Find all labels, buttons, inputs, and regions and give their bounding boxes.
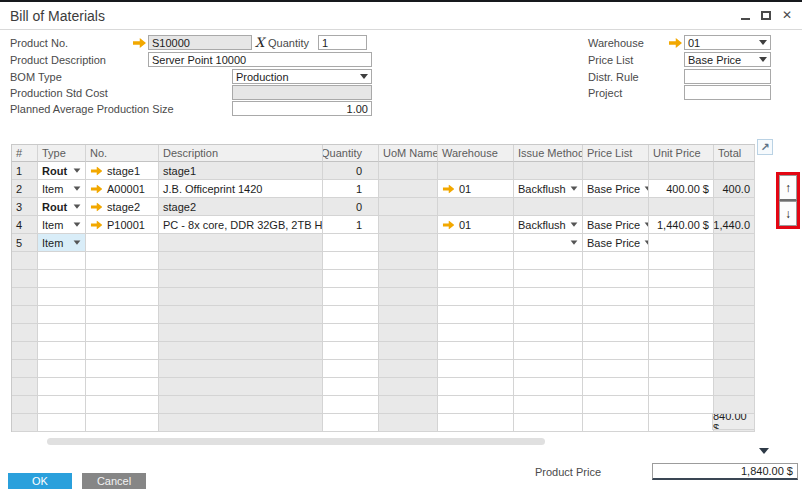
cell-issue-method[interactable]: [514, 270, 583, 288]
cell-unit-price[interactable]: [649, 414, 714, 432]
expand-grid-icon[interactable]: ↗: [757, 139, 773, 155]
cell-warehouse[interactable]: [438, 396, 514, 414]
cell-unit-price[interactable]: 400.00 $: [649, 180, 714, 198]
ok-button[interactable]: OK: [8, 473, 72, 489]
cell-type[interactable]: [38, 324, 86, 342]
horizontal-scrollbar[interactable]: [47, 438, 545, 445]
cancel-button[interactable]: Cancel: [82, 473, 146, 489]
cell-warehouse[interactable]: [438, 288, 514, 306]
minimize-icon[interactable]: [741, 18, 750, 20]
cell-quantity[interactable]: [323, 414, 379, 432]
cell-item-no[interactable]: [86, 414, 159, 432]
link-arrow-icon[interactable]: [91, 166, 103, 175]
link-arrow-icon[interactable]: [91, 184, 103, 193]
product-description-field[interactable]: Server Point 10000: [148, 52, 372, 67]
product-price-field[interactable]: 1,840.00 $: [652, 463, 798, 480]
cell-quantity[interactable]: [323, 270, 379, 288]
cell-item-no[interactable]: [86, 252, 159, 270]
cell-quantity[interactable]: [323, 234, 379, 252]
cell-quantity[interactable]: [323, 378, 379, 396]
cell-type[interactable]: [38, 414, 86, 432]
row-up-button[interactable]: ↑: [779, 175, 797, 201]
cell-quantity[interactable]: [323, 324, 379, 342]
cell-unit-price[interactable]: [649, 378, 714, 396]
link-arrow-icon[interactable]: [91, 202, 103, 211]
cell-issue-method[interactable]: [514, 234, 583, 252]
cell-price-list[interactable]: [583, 270, 649, 288]
cell-price-list[interactable]: [583, 252, 649, 270]
cell-item-no[interactable]: stage2: [86, 198, 159, 216]
project-field[interactable]: [684, 85, 771, 100]
bom-type-dropdown[interactable]: Production: [232, 69, 372, 84]
cell-item-no[interactable]: [86, 342, 159, 360]
cell-quantity[interactable]: 1: [323, 216, 379, 234]
cell-unit-price[interactable]: [649, 342, 714, 360]
cell-type[interactable]: [38, 396, 86, 414]
cell-unit-price[interactable]: [649, 288, 714, 306]
cell-quantity[interactable]: [323, 288, 379, 306]
cell-quantity[interactable]: [323, 396, 379, 414]
warehouse-dropdown[interactable]: 01: [684, 35, 771, 50]
cell-item-no[interactable]: [86, 324, 159, 342]
cell-unit-price[interactable]: [649, 234, 714, 252]
maximize-icon[interactable]: [761, 11, 771, 20]
cell-type[interactable]: [38, 252, 86, 270]
cell-description[interactable]: PC - 8x core, DDR 32GB, 2TB HDD: [159, 216, 323, 234]
cell-warehouse[interactable]: [438, 306, 514, 324]
cell-type[interactable]: Rout: [38, 162, 86, 180]
cell-quantity[interactable]: [323, 252, 379, 270]
planned-avg-production-size-field[interactable]: 1.00: [232, 101, 372, 116]
cell-issue-method[interactable]: [514, 378, 583, 396]
cell-type[interactable]: Item: [38, 216, 86, 234]
distr-rule-field[interactable]: [684, 69, 771, 84]
cell-item-no[interactable]: [86, 288, 159, 306]
link-arrow-icon[interactable]: [443, 220, 455, 229]
cell-type[interactable]: [38, 306, 86, 324]
cell-unit-price[interactable]: [649, 306, 714, 324]
cell-type[interactable]: [38, 288, 86, 306]
cell-quantity[interactable]: 1: [323, 180, 379, 198]
cell-item-no[interactable]: [86, 360, 159, 378]
cell-issue-method[interactable]: [514, 414, 583, 432]
close-icon[interactable]: ✕: [782, 9, 792, 21]
cell-warehouse[interactable]: 01: [438, 180, 514, 198]
cell-unit-price[interactable]: [649, 360, 714, 378]
cell-unit-price[interactable]: [649, 252, 714, 270]
cell-quantity[interactable]: [323, 342, 379, 360]
link-arrow-icon[interactable]: [443, 184, 455, 193]
cell-issue-method[interactable]: [514, 324, 583, 342]
cell-unit-price[interactable]: [649, 396, 714, 414]
cell-type[interactable]: Item: [38, 180, 86, 198]
quantity-field[interactable]: 1: [318, 35, 367, 50]
cell-warehouse[interactable]: [438, 234, 514, 252]
cell-warehouse[interactable]: [438, 360, 514, 378]
cell-type[interactable]: [38, 378, 86, 396]
cell-price-list[interactable]: [583, 288, 649, 306]
cell-warehouse[interactable]: [438, 270, 514, 288]
cell-item-no[interactable]: stage1: [86, 162, 159, 180]
warehouse-link-arrow-icon[interactable]: [669, 38, 682, 48]
cell-issue-method[interactable]: [514, 342, 583, 360]
price-list-dropdown[interactable]: Base Price: [684, 52, 771, 67]
cell-type[interactable]: Rout: [38, 198, 86, 216]
cell-item-no[interactable]: [86, 306, 159, 324]
product-no-field[interactable]: S10000: [148, 35, 252, 50]
link-arrow-icon[interactable]: [91, 220, 103, 229]
cell-price-list[interactable]: Base Price: [583, 216, 649, 234]
cell-unit-price[interactable]: [649, 270, 714, 288]
cell-item-no[interactable]: [86, 234, 159, 252]
cell-issue-method[interactable]: Backflush: [514, 180, 583, 198]
cell-price-list[interactable]: [583, 306, 649, 324]
cell-item-no[interactable]: A00001: [86, 180, 159, 198]
cell-quantity[interactable]: [323, 360, 379, 378]
cell-quantity[interactable]: [323, 306, 379, 324]
cell-price-list[interactable]: [583, 378, 649, 396]
cell-warehouse[interactable]: [438, 378, 514, 396]
cell-item-no[interactable]: [86, 270, 159, 288]
cell-unit-price[interactable]: 1,440.00 $: [649, 216, 714, 234]
cell-type[interactable]: [38, 360, 86, 378]
cell-item-no[interactable]: P10001: [86, 216, 159, 234]
cell-type[interactable]: [38, 270, 86, 288]
cell-item-no[interactable]: [86, 396, 159, 414]
cell-issue-method[interactable]: [514, 396, 583, 414]
